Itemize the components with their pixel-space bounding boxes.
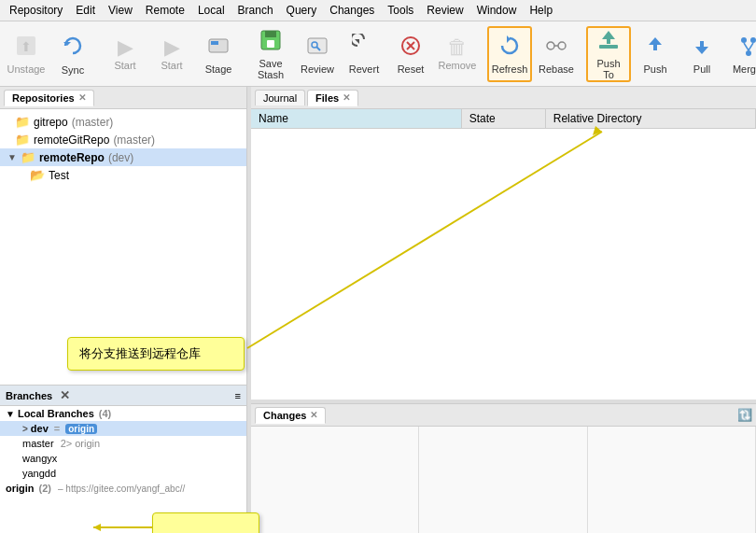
tab-changes-close[interactable]: ✕ [310, 410, 317, 420]
branch-group-local-count: (4) [99, 408, 111, 419]
branches-panel: Branches ✕ ≡ ▼ Local Branches (4) > dev … [0, 385, 246, 533]
tab-changes[interactable]: Changes ✕ [255, 407, 326, 424]
start1-icon: ▶ [118, 37, 133, 58]
svg-point-16 [547, 42, 554, 49]
svg-marker-22 [695, 41, 708, 54]
menu-local[interactable]: Local [192, 2, 231, 19]
toolbar: ⬆ Unstage Sync ▶ Start ▶ Start Stage Sav… [0, 21, 756, 87]
expand-arrow-remoterepo: ▼ [7, 152, 17, 162]
review-button[interactable]: Review [295, 26, 340, 82]
push-button[interactable]: Push [633, 26, 678, 82]
push-icon [643, 34, 667, 62]
refresh-button[interactable]: Refresh [487, 26, 532, 82]
col-name[interactable]: Name [251, 109, 461, 129]
menu-repository[interactable]: Repository [4, 2, 68, 19]
sync-icon [60, 33, 86, 63]
menu-query[interactable]: Query [281, 2, 323, 19]
svg-marker-21 [649, 37, 662, 50]
branch-item-wangyx[interactable]: wangyx [0, 451, 246, 466]
savestash-button[interactable]: Save Stash [248, 26, 293, 82]
menu-help[interactable]: Help [524, 2, 558, 19]
tab-files[interactable]: Files ✕ [307, 90, 358, 106]
svg-line-26 [744, 43, 749, 50]
svg-marker-11 [355, 39, 359, 44]
tab-files-close[interactable]: ✕ [343, 92, 350, 103]
repo-item-remoterepo[interactable]: ▼ 📁 remoteRepo (dev) [0, 148, 246, 166]
start2-icon: ▶ [164, 37, 180, 58]
branches-menu-icon[interactable]: ≡ [235, 390, 241, 401]
menu-remote[interactable]: Remote [140, 2, 190, 19]
menu-bar: Repository Edit View Remote Local Branch… [0, 0, 756, 21]
refresh-icon [497, 34, 522, 62]
col-directory[interactable]: Relative Directory [545, 109, 755, 129]
tab-repositories-close[interactable]: ✕ [78, 92, 86, 103]
svg-rect-19 [599, 45, 618, 49]
repo-label-test: Test [49, 169, 69, 182]
pull-button[interactable]: Pull [679, 26, 724, 82]
branch-dev-label: dev [31, 423, 49, 434]
tab-journal-label: Journal [263, 92, 297, 104]
svg-marker-20 [602, 31, 615, 44]
branch-group-local[interactable]: ▼ Local Branches (4) [0, 406, 246, 421]
branches-close[interactable]: ✕ [60, 388, 70, 402]
branch-group-arrow: ▼ [6, 409, 15, 419]
branch-wangyx-label: wangyx [22, 453, 57, 464]
changes-panel: Changes ✕ 🔃 [251, 403, 756, 533]
svg-rect-4 [211, 41, 218, 45]
callout-push: 将分支推送到远程仓库 [67, 337, 245, 371]
unstage-button[interactable]: ⬆ Unstage [4, 26, 49, 82]
rebase-button[interactable]: Rebase [534, 26, 579, 82]
branch-item-yangdd[interactable]: yangdd [0, 466, 246, 481]
tab-journal[interactable]: Journal [255, 90, 305, 105]
callout-branch: 切换到要推送 的分支 [152, 512, 259, 533]
branch-group-origin[interactable]: origin (2) – https://gitee.com/yangf_abc… [0, 481, 246, 496]
menu-edit[interactable]: Edit [70, 2, 101, 19]
remove-icon: 🗑 [447, 37, 468, 58]
remove-button[interactable]: 🗑 Remove [435, 26, 480, 82]
right-tab-bar: Journal Files ✕ [251, 87, 756, 109]
svg-text:⬆: ⬆ [21, 39, 32, 54]
start2-button[interactable]: ▶ Start [149, 26, 194, 82]
main-area: Repositories ✕ 📁 gitrepo (master) 📁 remo… [0, 87, 756, 533]
repo-icon-remotegitrepo: 📁 [15, 133, 30, 147]
branch-yangdd-label: yangdd [22, 468, 56, 479]
right-panel: Journal Files ✕ Name State Relative Dire… [251, 87, 756, 533]
svg-point-25 [746, 50, 751, 56]
branch-origin-group-label: origin [6, 483, 35, 494]
merge-button[interactable]: Merg... [726, 26, 756, 82]
col-state[interactable]: State [461, 109, 545, 129]
menu-review[interactable]: Review [421, 2, 469, 19]
branch-master-suffix: 2> origin [61, 438, 101, 449]
rebase-icon [544, 34, 568, 62]
menu-tools[interactable]: Tools [382, 2, 419, 19]
pushto-button[interactable]: Push To [586, 26, 631, 82]
repo-badge-remoterepo: (dev) [108, 151, 133, 164]
branch-item-dev[interactable]: > dev = origin [0, 421, 246, 436]
svg-rect-7 [267, 40, 274, 48]
menu-window[interactable]: Window [471, 2, 523, 19]
unstage-icon: ⬆ [13, 33, 39, 62]
reset-button[interactable]: Reset [388, 26, 433, 82]
changes-refresh-icon[interactable]: 🔃 [737, 408, 752, 422]
menu-branch[interactable]: Branch [232, 2, 279, 19]
stage-button[interactable]: Stage [196, 26, 241, 82]
start1-button[interactable]: ▶ Start [103, 26, 147, 82]
menu-view[interactable]: View [103, 2, 138, 19]
repo-item-test[interactable]: 📂 Test [0, 166, 246, 184]
svg-point-23 [741, 37, 747, 43]
repo-item-gitrepo[interactable]: 📁 gitrepo (master) [0, 113, 246, 131]
branch-group-local-label: Local Branches [18, 408, 94, 419]
branch-master-label: master [22, 438, 54, 449]
repo-badge-remotegitrepo: (master) [113, 133, 155, 147]
branch-item-master[interactable]: master 2> origin [0, 436, 246, 451]
tab-repositories-label: Repositories [12, 92, 75, 104]
tab-repositories[interactable]: Repositories ✕ [4, 90, 94, 106]
repo-label-gitrepo: gitrepo [34, 116, 68, 129]
repo-item-remotegitrepo[interactable]: 📁 remoteGitRepo (master) [0, 131, 246, 148]
sync-button[interactable]: Sync [50, 26, 95, 82]
menu-changes[interactable]: Changes [324, 2, 380, 19]
revert-button[interactable]: Revert [342, 26, 386, 82]
branch-origin-suffix: – https://gitee.com/yangf_abc// [58, 484, 185, 494]
repos-tab-bar: Repositories ✕ [0, 87, 246, 109]
revert-icon [352, 34, 376, 62]
